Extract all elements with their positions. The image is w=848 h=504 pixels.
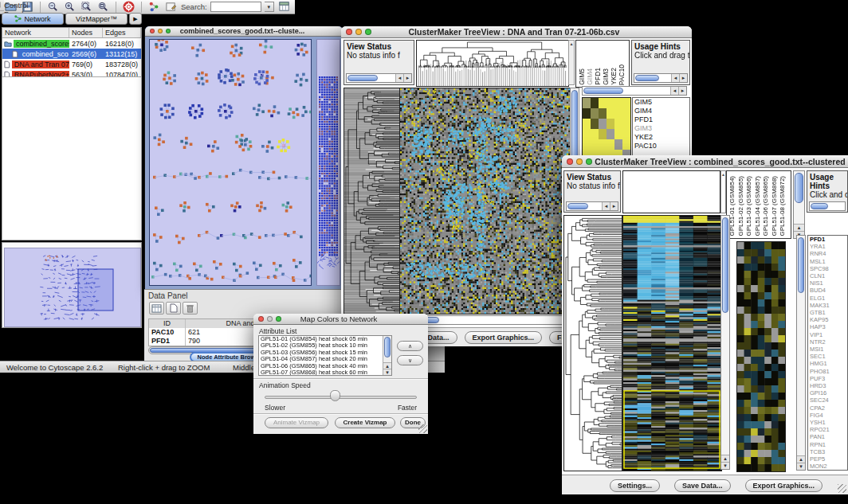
move-up-button[interactable]: ∧ <box>397 341 423 351</box>
scroll-left-icon[interactable] <box>602 202 610 210</box>
global-heatmap[interactable] <box>622 215 722 471</box>
speed-slider-thumb[interactable] <box>330 390 340 401</box>
zoom-in-icon[interactable] <box>63 0 77 14</box>
delete-attribute-icon[interactable] <box>183 302 198 315</box>
gene-label[interactable]: YKE2 <box>633 133 689 142</box>
column-label[interactable]: GPL51-04 (GSM857) <box>754 176 762 236</box>
gene-label[interactable]: NTR2 <box>808 338 847 346</box>
gene-label[interactable]: YRA1 <box>808 243 847 250</box>
gene-label[interactable]: RPN1 <box>808 441 847 448</box>
close-button[interactable] <box>258 316 264 322</box>
scrollbar-thumb[interactable] <box>811 203 828 209</box>
scroll-right-icon[interactable] <box>610 202 618 210</box>
move-down-button[interactable]: ∨ <box>397 355 423 365</box>
mini-scroll-strip[interactable]: ▴ <box>568 40 575 85</box>
zoom-button[interactable] <box>276 316 281 322</box>
id-column-header[interactable]: ID <box>149 319 186 328</box>
zoom-heatmap[interactable] <box>736 241 786 472</box>
scrollbar-thumb[interactable] <box>347 75 378 81</box>
zoom-selected-icon[interactable] <box>80 0 93 14</box>
col-nodes[interactable]: Nodes <box>69 28 103 37</box>
scrollbar-thumb[interactable] <box>635 75 659 81</box>
scroll-right-icon[interactable] <box>679 74 687 82</box>
column-dendrogram-area[interactable] <box>622 170 720 213</box>
column-label[interactable]: PAC10 <box>618 64 628 85</box>
tab-vizmapper[interactable]: VizMapper™ <box>65 13 128 25</box>
gene-label[interactable]: SEC24 <box>808 397 847 404</box>
search-input[interactable] <box>210 2 261 12</box>
gene-label[interactable]: CLN1 <box>808 272 847 279</box>
resize-grip[interactable] <box>418 424 427 433</box>
treeview1-titlebar[interactable]: ClusterMaker TreeView : DNA and Tran 07-… <box>341 26 692 38</box>
scroll-right-icon[interactable] <box>403 74 411 82</box>
scrollbar-thumb[interactable] <box>722 217 728 313</box>
gene-label[interactable]: GIM4 <box>633 107 689 115</box>
view-status-scrollbar[interactable] <box>346 73 412 83</box>
treeview-button[interactable]: Settings... <box>610 479 660 492</box>
attribute-table-icon[interactable] <box>277 0 291 14</box>
gene-label[interactable]: PEP5 <box>808 455 847 463</box>
gene-label[interactable]: HRD3 <box>808 382 847 389</box>
network-view-titlebar[interactable]: combined_scores_good.txt--cluste... <box>145 26 343 37</box>
scroll-up-icon[interactable] <box>797 455 805 463</box>
gene-label[interactable]: VIP1 <box>808 331 847 338</box>
dialog-titlebar[interactable]: Map Colors to Network <box>253 314 428 325</box>
treeview-button[interactable]: Export Graphics... <box>465 331 543 344</box>
gene-label[interactable]: CPA2 <box>808 404 847 412</box>
scrollbar-thumb[interactable] <box>567 203 588 209</box>
gene-label[interactable]: PFD1 <box>808 236 847 243</box>
column-label[interactable]: GPL51-06 (GSM865) <box>762 176 770 236</box>
col-network[interactable]: Network <box>2 28 69 37</box>
table-mode-icon[interactable] <box>149 302 164 315</box>
view-status-scrollbar[interactable] <box>566 201 618 211</box>
usage-hints-scrollbar[interactable] <box>809 201 846 211</box>
network-row[interactable]: combined_sco 2569(6) 13112(15) <box>2 49 141 59</box>
row-dendrogram[interactable] <box>344 88 400 315</box>
gene-label[interactable]: MON2 <box>808 463 847 470</box>
column-label[interactable]: GPL51-08 (GSM872) <box>779 176 787 236</box>
gene-label[interactable]: GPI16 <box>808 389 847 397</box>
close-button[interactable] <box>346 29 352 35</box>
column-label[interactable]: GPL51-07 (GSM868) <box>771 176 779 236</box>
treeview-button[interactable]: Export Graphics... <box>745 479 823 492</box>
zoom-button[interactable] <box>365 29 371 35</box>
gene-label[interactable]: GIM5 <box>633 98 689 107</box>
scroll-down-icon[interactable] <box>797 463 805 470</box>
scroll-down-icon[interactable] <box>383 369 391 375</box>
gene-label[interactable]: PAC10 <box>633 142 689 150</box>
usage-hints-scrollbar[interactable] <box>634 73 688 83</box>
scrollbar-thumb[interactable] <box>795 173 803 203</box>
network-canvas-dense[interactable] <box>316 39 340 286</box>
scrollbar-thumb[interactable] <box>384 337 391 357</box>
gene-label[interactable]: HAP3 <box>808 323 847 330</box>
gene-label[interactable]: ELG1 <box>808 295 847 302</box>
mini-scroll-strip[interactable]: ▴ <box>720 170 726 213</box>
minimize-button[interactable] <box>576 158 583 165</box>
minimize-button[interactable] <box>267 316 273 322</box>
tab-network[interactable]: Network <box>2 13 64 25</box>
gene-label[interactable]: MSL1 <box>808 258 847 265</box>
gene-label[interactable]: NIS1 <box>808 279 847 287</box>
gene-label[interactable]: MAK31 <box>808 302 847 309</box>
treeview2-titlebar[interactable]: ClusterMaker TreeView : combined_scores_… <box>562 155 848 168</box>
gene-label[interactable]: RNR4 <box>808 250 847 257</box>
zoom-heatmap[interactable] <box>582 97 631 161</box>
help-icon[interactable] <box>122 0 135 14</box>
minimize-button[interactable] <box>158 29 163 33</box>
gene-label[interactable]: PHO81 <box>808 368 847 375</box>
new-attribute-icon[interactable] <box>166 302 181 315</box>
gene-label[interactable]: GTB1 <box>808 309 847 316</box>
gene-label[interactable]: BUD4 <box>808 287 847 294</box>
gene-label[interactable]: FIG4 <box>808 412 847 419</box>
attribute-list-scrollbar[interactable] <box>383 336 391 375</box>
resize-grip[interactable] <box>838 484 846 493</box>
network-row[interactable]: DNA and Tran 07 769(0) 183728(0) <box>2 59 141 69</box>
treeview-button[interactable]: Save Data... <box>674 479 731 492</box>
gene-label[interactable]: SEC1 <box>808 353 847 360</box>
zoom-button[interactable] <box>586 158 592 165</box>
row-dendrogram[interactable] <box>563 215 622 471</box>
scrollbar-thumb[interactable] <box>583 88 623 94</box>
annotation-icon[interactable] <box>164 0 178 14</box>
zoomview-hscrollbar[interactable] <box>582 86 687 96</box>
scroll-up-icon[interactable] <box>794 224 804 231</box>
